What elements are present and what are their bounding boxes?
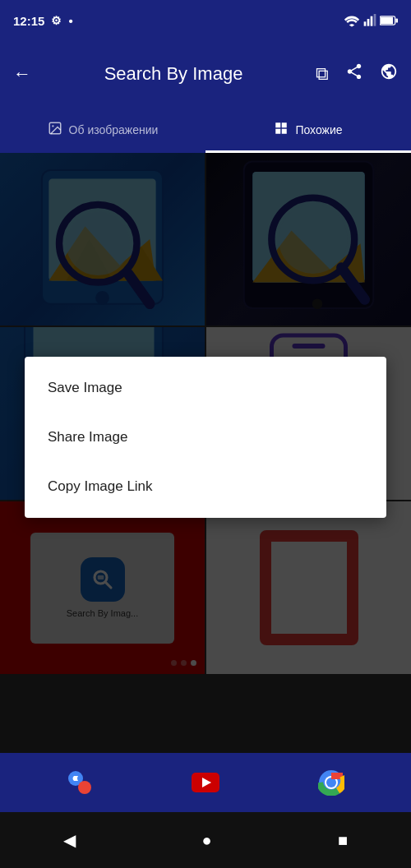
dot-3 bbox=[191, 660, 196, 666]
status-dot: • bbox=[68, 14, 72, 28]
svg-rect-9 bbox=[276, 122, 281, 127]
copy-image-link-option[interactable]: Copy Image Link bbox=[25, 462, 386, 511]
svg-rect-12 bbox=[282, 128, 287, 133]
status-bar: 12:15 ⚙ • bbox=[0, 0, 411, 41]
svg-rect-10 bbox=[282, 122, 287, 127]
globe-button[interactable] bbox=[380, 62, 398, 85]
chrome-nav-button[interactable] bbox=[316, 768, 346, 797]
grid-cell-1[interactable] bbox=[0, 153, 205, 326]
copy-button[interactable]: ⧉ bbox=[316, 63, 329, 85]
search-app-bg: Search By Imag... bbox=[0, 501, 205, 674]
dot-2 bbox=[181, 660, 187, 666]
svg-rect-1 bbox=[367, 19, 370, 26]
grid-cell-5[interactable]: Search By Imag... bbox=[0, 501, 205, 674]
svg-rect-38 bbox=[293, 344, 326, 349]
search-by-image-icon bbox=[90, 567, 115, 592]
battery-icon bbox=[380, 15, 398, 26]
tablet-magnifier-image-1 bbox=[0, 153, 205, 326]
dots-indicator bbox=[171, 660, 196, 666]
svg-rect-3 bbox=[374, 14, 376, 26]
share-button[interactable] bbox=[345, 62, 363, 85]
tab-similar[interactable]: Похожие bbox=[206, 107, 411, 153]
app-bar-actions: ⧉ bbox=[316, 62, 398, 85]
recent-system-button[interactable]: ■ bbox=[338, 831, 348, 850]
svg-point-8 bbox=[52, 125, 53, 127]
svg-rect-11 bbox=[276, 128, 281, 133]
system-nav: ◀ ● ■ bbox=[0, 812, 411, 868]
svg-rect-47 bbox=[97, 575, 104, 579]
save-image-option[interactable]: Save Image bbox=[25, 363, 386, 413]
context-menu: Save Image Share Image Copy Image Link bbox=[25, 357, 386, 518]
svg-rect-6 bbox=[395, 18, 398, 22]
bottom-nav bbox=[0, 753, 411, 812]
chrome-icon bbox=[318, 769, 344, 796]
image-grid-container: depositphotos Search By Imag... bbox=[0, 153, 411, 753]
home-system-button[interactable]: ● bbox=[201, 831, 211, 850]
app-bar: ← Search By Image ⧉ bbox=[0, 41, 411, 107]
youtube-icon bbox=[192, 773, 219, 792]
status-time: 12:15 bbox=[13, 14, 44, 28]
share-icon bbox=[345, 62, 363, 81]
svg-point-22 bbox=[95, 291, 109, 305]
share-image-option[interactable]: Share Image bbox=[25, 413, 386, 462]
back-system-button[interactable]: ◀ bbox=[63, 830, 76, 850]
google-nav-button[interactable] bbox=[65, 768, 95, 797]
app-card: Search By Imag... bbox=[30, 533, 174, 644]
image-tab-icon bbox=[48, 121, 62, 140]
tab-about-image[interactable]: Об изображении bbox=[0, 107, 206, 153]
grid-cell-2[interactable] bbox=[206, 153, 411, 326]
wifi-icon bbox=[344, 14, 360, 27]
signal-icons bbox=[344, 14, 398, 27]
app-bar-title: Search By Image bbox=[44, 63, 302, 85]
google-icon bbox=[67, 770, 92, 795]
tab-about-label: Об изображении bbox=[69, 123, 159, 136]
tablet-magnifier-image-2 bbox=[206, 153, 411, 326]
back-button[interactable]: ← bbox=[13, 63, 31, 85]
gear-icon: ⚙ bbox=[51, 14, 62, 27]
svg-point-20 bbox=[66, 211, 130, 275]
youtube-nav-button[interactable] bbox=[191, 768, 220, 797]
app-name-label: Search By Imag... bbox=[67, 608, 138, 618]
svg-rect-0 bbox=[364, 21, 367, 25]
signal-icon bbox=[363, 14, 376, 27]
svg-point-28 bbox=[279, 205, 348, 274]
svg-line-46 bbox=[105, 582, 111, 588]
svg-point-30 bbox=[312, 298, 323, 309]
app-icon bbox=[81, 557, 125, 602]
svg-rect-5 bbox=[381, 17, 393, 24]
globe-icon bbox=[380, 62, 398, 81]
svg-point-49 bbox=[78, 781, 91, 794]
grid-tab-icon bbox=[274, 121, 289, 140]
red-frame bbox=[260, 530, 358, 645]
grid-cell-6[interactable] bbox=[206, 501, 411, 674]
tab-bar: Об изображении Похожие bbox=[0, 107, 411, 153]
dot-1 bbox=[171, 660, 177, 666]
svg-rect-2 bbox=[371, 16, 373, 26]
tab-similar-label: Похожие bbox=[295, 123, 342, 136]
